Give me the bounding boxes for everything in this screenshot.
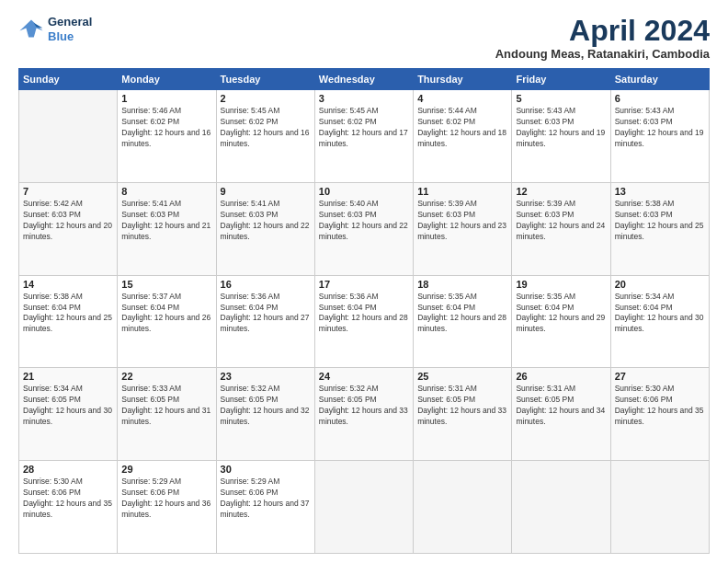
day-number: 6	[615, 93, 705, 104]
calendar-cell: 27Sunrise: 5:30 AMSunset: 6:06 PMDayligh…	[610, 368, 709, 461]
day-of-week-header: Saturday	[610, 69, 709, 90]
calendar-cell: 1Sunrise: 5:46 AMSunset: 6:02 PMDaylight…	[118, 90, 216, 183]
day-info: Sunrise: 5:42 AMSunset: 6:03 PMDaylight:…	[23, 199, 113, 243]
day-info: Sunrise: 5:39 AMSunset: 6:03 PMDaylight:…	[417, 199, 507, 243]
month-title: April 2024	[495, 15, 710, 47]
calendar-cell: 26Sunrise: 5:31 AMSunset: 6:05 PMDayligh…	[512, 368, 610, 461]
day-number: 20	[615, 279, 705, 290]
day-number: 7	[23, 186, 113, 197]
calendar-cell: 20Sunrise: 5:34 AMSunset: 6:04 PMDayligh…	[610, 275, 709, 368]
day-number: 29	[121, 464, 211, 475]
day-info: Sunrise: 5:44 AMSunset: 6:02 PMDaylight:…	[417, 106, 507, 150]
calendar-cell: 18Sunrise: 5:35 AMSunset: 6:04 PMDayligh…	[414, 275, 512, 368]
calendar-cell: 9Sunrise: 5:41 AMSunset: 6:03 PMDaylight…	[216, 182, 314, 275]
day-number: 21	[23, 371, 113, 382]
day-number: 2	[221, 93, 311, 104]
day-info: Sunrise: 5:33 AMSunset: 6:05 PMDaylight:…	[121, 384, 211, 428]
calendar-cell: 17Sunrise: 5:36 AMSunset: 6:04 PMDayligh…	[314, 275, 413, 368]
svg-marker-0	[19, 19, 42, 37]
day-info: Sunrise: 5:38 AMSunset: 6:04 PMDaylight:…	[23, 292, 113, 336]
calendar-cell: 24Sunrise: 5:32 AMSunset: 6:05 PMDayligh…	[314, 368, 413, 461]
day-of-week-header: Monday	[118, 69, 216, 90]
day-of-week-header: Tuesday	[216, 69, 314, 90]
calendar-week-row: 7Sunrise: 5:42 AMSunset: 6:03 PMDaylight…	[19, 182, 710, 275]
day-of-week-header: Wednesday	[314, 69, 413, 90]
day-number: 26	[516, 371, 606, 382]
day-info: Sunrise: 5:34 AMSunset: 6:04 PMDaylight:…	[615, 292, 705, 336]
day-of-week-header: Friday	[512, 69, 610, 90]
day-info: Sunrise: 5:36 AMSunset: 6:04 PMDaylight:…	[221, 292, 311, 336]
day-number: 5	[516, 93, 606, 104]
logo-blue: Blue	[48, 29, 92, 44]
day-info: Sunrise: 5:31 AMSunset: 6:05 PMDaylight:…	[417, 384, 507, 428]
calendar-cell: 2Sunrise: 5:45 AMSunset: 6:02 PMDaylight…	[216, 90, 314, 183]
day-number: 27	[615, 371, 705, 382]
calendar-cell: 6Sunrise: 5:43 AMSunset: 6:03 PMDaylight…	[610, 90, 709, 183]
calendar-cell: 21Sunrise: 5:34 AMSunset: 6:05 PMDayligh…	[19, 368, 118, 461]
calendar-cell: 30Sunrise: 5:29 AMSunset: 6:06 PMDayligh…	[216, 461, 314, 554]
day-info: Sunrise: 5:43 AMSunset: 6:03 PMDaylight:…	[516, 106, 606, 150]
day-number: 28	[23, 464, 113, 475]
logo-general: General	[48, 15, 92, 29]
day-info: Sunrise: 5:35 AMSunset: 6:04 PMDaylight:…	[516, 292, 606, 336]
calendar-cell: 14Sunrise: 5:38 AMSunset: 6:04 PMDayligh…	[19, 275, 118, 368]
day-info: Sunrise: 5:45 AMSunset: 6:02 PMDaylight:…	[319, 106, 409, 150]
calendar-cell: 4Sunrise: 5:44 AMSunset: 6:02 PMDaylight…	[414, 90, 512, 183]
day-info: Sunrise: 5:35 AMSunset: 6:04 PMDaylight:…	[417, 292, 507, 336]
day-info: Sunrise: 5:32 AMSunset: 6:05 PMDaylight:…	[319, 384, 409, 428]
calendar-cell: 13Sunrise: 5:38 AMSunset: 6:03 PMDayligh…	[610, 182, 709, 275]
calendar-week-row: 1Sunrise: 5:46 AMSunset: 6:02 PMDaylight…	[19, 90, 710, 183]
day-number: 1	[121, 93, 211, 104]
day-number: 10	[319, 186, 409, 197]
day-info: Sunrise: 5:30 AMSunset: 6:06 PMDaylight:…	[615, 384, 705, 428]
day-info: Sunrise: 5:34 AMSunset: 6:05 PMDaylight:…	[23, 384, 113, 428]
calendar-cell: 8Sunrise: 5:41 AMSunset: 6:03 PMDaylight…	[118, 182, 216, 275]
calendar-cell: 16Sunrise: 5:36 AMSunset: 6:04 PMDayligh…	[216, 275, 314, 368]
calendar-cell: 12Sunrise: 5:39 AMSunset: 6:03 PMDayligh…	[512, 182, 610, 275]
day-number: 11	[417, 186, 507, 197]
day-number: 8	[121, 186, 211, 197]
calendar-cell: 29Sunrise: 5:29 AMSunset: 6:06 PMDayligh…	[118, 461, 216, 554]
day-number: 30	[221, 464, 311, 475]
day-number: 19	[516, 279, 606, 290]
calendar-cell	[414, 461, 512, 554]
calendar-cell	[512, 461, 610, 554]
day-info: Sunrise: 5:30 AMSunset: 6:06 PMDaylight:…	[23, 477, 113, 521]
logo-icon	[18, 17, 44, 42]
calendar-cell: 10Sunrise: 5:40 AMSunset: 6:03 PMDayligh…	[314, 182, 413, 275]
calendar-cell	[610, 461, 709, 554]
day-info: Sunrise: 5:39 AMSunset: 6:03 PMDaylight:…	[516, 199, 606, 243]
logo-text: General Blue	[48, 15, 92, 43]
calendar-cell	[314, 461, 413, 554]
day-number: 23	[221, 371, 311, 382]
calendar-week-row: 21Sunrise: 5:34 AMSunset: 6:05 PMDayligh…	[19, 368, 710, 461]
header: General Blue April 2024 Andoung Meas, Ra…	[18, 15, 710, 61]
day-number: 3	[319, 93, 409, 104]
day-number: 15	[121, 279, 211, 290]
calendar-cell: 11Sunrise: 5:39 AMSunset: 6:03 PMDayligh…	[414, 182, 512, 275]
calendar-cell	[19, 90, 118, 183]
calendar-cell: 23Sunrise: 5:32 AMSunset: 6:05 PMDayligh…	[216, 368, 314, 461]
day-info: Sunrise: 5:38 AMSunset: 6:03 PMDaylight:…	[615, 199, 705, 243]
day-number: 9	[221, 186, 311, 197]
calendar-week-row: 28Sunrise: 5:30 AMSunset: 6:06 PMDayligh…	[19, 461, 710, 554]
title-block: April 2024 Andoung Meas, Ratanakiri, Cam…	[495, 15, 710, 61]
calendar-week-row: 14Sunrise: 5:38 AMSunset: 6:04 PMDayligh…	[19, 275, 710, 368]
calendar-cell: 5Sunrise: 5:43 AMSunset: 6:03 PMDaylight…	[512, 90, 610, 183]
day-number: 17	[319, 279, 409, 290]
calendar-cell: 25Sunrise: 5:31 AMSunset: 6:05 PMDayligh…	[414, 368, 512, 461]
day-info: Sunrise: 5:29 AMSunset: 6:06 PMDaylight:…	[221, 477, 311, 521]
calendar-cell: 19Sunrise: 5:35 AMSunset: 6:04 PMDayligh…	[512, 275, 610, 368]
page: General Blue April 2024 Andoung Meas, Ra…	[0, 0, 728, 563]
day-info: Sunrise: 5:32 AMSunset: 6:05 PMDaylight:…	[221, 384, 311, 428]
day-number: 25	[417, 371, 507, 382]
day-info: Sunrise: 5:41 AMSunset: 6:03 PMDaylight:…	[121, 199, 211, 243]
calendar-cell: 28Sunrise: 5:30 AMSunset: 6:06 PMDayligh…	[19, 461, 118, 554]
day-of-week-header: Sunday	[19, 69, 118, 90]
calendar-cell: 7Sunrise: 5:42 AMSunset: 6:03 PMDaylight…	[19, 182, 118, 275]
day-info: Sunrise: 5:40 AMSunset: 6:03 PMDaylight:…	[319, 199, 409, 243]
subtitle: Andoung Meas, Ratanakiri, Cambodia	[495, 47, 710, 61]
day-number: 4	[417, 93, 507, 104]
day-number: 14	[23, 279, 113, 290]
day-info: Sunrise: 5:46 AMSunset: 6:02 PMDaylight:…	[121, 106, 211, 150]
